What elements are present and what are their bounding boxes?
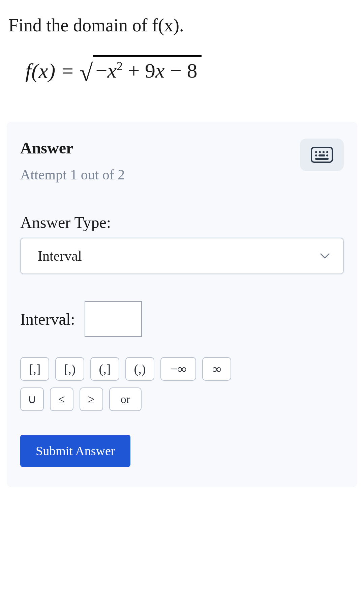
negative-infinity-button[interactable]: −∞: [160, 357, 196, 381]
interval-label: Interval:: [20, 310, 75, 328]
answer-title: Answer: [20, 139, 125, 157]
question-area: Find the domain of f(x). f(x) = √ −x2 + …: [0, 0, 364, 115]
interval-input[interactable]: [85, 301, 142, 337]
question-prompt: Find the domain of f(x).: [8, 13, 356, 37]
bracket-open-open-button[interactable]: (,): [125, 357, 154, 381]
submit-answer-button[interactable]: Submit Answer: [20, 435, 130, 467]
keyboard-icon: [310, 146, 333, 163]
lte-button[interactable]: ≤: [50, 387, 73, 411]
math-buttons-row2: ∪ ≤ ≥ or: [20, 387, 256, 411]
equation-radicand: −x2 + 9x − 8: [93, 55, 202, 83]
infinity-button[interactable]: ∞: [202, 357, 231, 381]
answer-type-label: Answer Type:: [20, 213, 344, 232]
svg-rect-8: [315, 158, 329, 160]
attempt-text: Attempt 1 out of 2: [20, 167, 125, 183]
svg-point-5: [315, 154, 317, 156]
radical-icon: √: [80, 63, 93, 83]
answer-type-value: Interval: [38, 248, 82, 264]
or-button[interactable]: or: [109, 387, 142, 411]
answer-type-select[interactable]: Interval: [20, 238, 344, 274]
keyboard-button[interactable]: [300, 139, 344, 171]
math-buttons-row1: [,] [,) (,] (,) −∞ ∞: [20, 357, 256, 381]
chevron-down-icon: [320, 253, 330, 259]
radicand-exp: 2: [117, 60, 123, 73]
radicand-tail: − 8: [165, 59, 198, 82]
radicand-minus: −: [96, 59, 108, 82]
equation-equals: =: [62, 59, 73, 83]
radicand-plus9: + 9: [123, 59, 155, 82]
svg-point-4: [326, 151, 328, 153]
equation-sqrt: √ −x2 + 9x − 8: [80, 57, 201, 85]
union-button[interactable]: ∪: [20, 387, 44, 411]
bracket-closed-open-button[interactable]: [,): [55, 357, 84, 381]
radicand-x2: x: [155, 59, 165, 82]
equation: f(x) = √ −x2 + 9x − 8: [25, 57, 356, 85]
bracket-open-closed-button[interactable]: (,]: [90, 357, 119, 381]
svg-point-2: [319, 151, 321, 153]
svg-rect-7: [318, 154, 325, 156]
svg-point-1: [315, 151, 317, 153]
svg-point-3: [323, 151, 325, 153]
equation-lhs: f(x): [25, 59, 56, 83]
radicand-x1: x: [108, 59, 117, 82]
answer-card: Answer Attempt 1 out of 2 Answer Type: I…: [7, 122, 357, 487]
svg-point-6: [326, 154, 328, 156]
interval-row: Interval:: [20, 301, 344, 337]
bracket-closed-closed-button[interactable]: [,]: [20, 357, 49, 381]
gte-button[interactable]: ≥: [80, 387, 103, 411]
answer-header: Answer Attempt 1 out of 2: [20, 139, 344, 183]
